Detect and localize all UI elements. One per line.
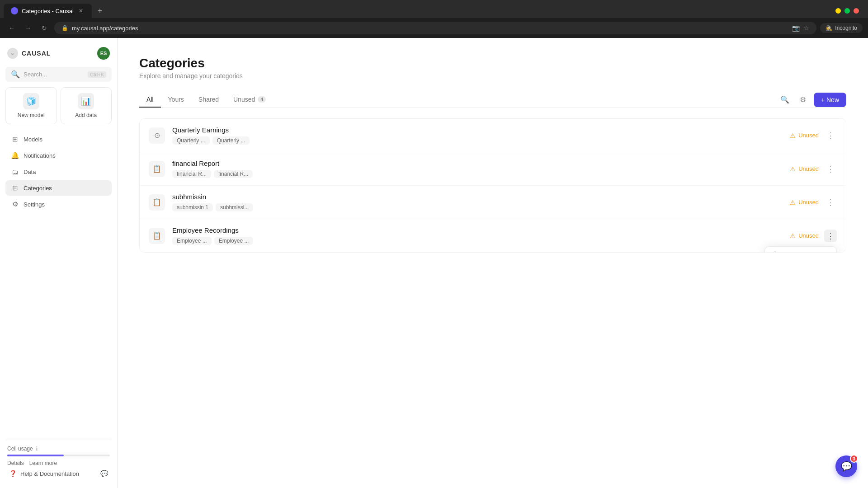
cell-usage-fill — [7, 455, 64, 456]
reload-button[interactable]: ↻ — [38, 22, 51, 34]
category-status-employee: ⚠ Unused — [790, 232, 819, 239]
close-window-button[interactable] — [854, 8, 859, 14]
settings-icon: ⚙ — [11, 200, 19, 208]
comment-icon: 💬 — [100, 470, 108, 477]
cell-usage-text: Cell usage — [7, 446, 33, 452]
category-icon-financial: 📋 — [149, 161, 165, 177]
warning-icon: ⚠ — [790, 199, 796, 206]
tag: financial R... — [172, 170, 211, 178]
more-options-subhmissin[interactable]: ⋮ — [824, 196, 837, 209]
add-data-button[interactable]: 📊 Add data — [61, 87, 112, 124]
data-icon: 🗂 — [11, 168, 19, 176]
avatar[interactable]: ES — [97, 47, 110, 60]
filter-button[interactable]: ⚙ — [796, 93, 810, 107]
quick-actions: 🧊 New model 📊 Add data — [5, 87, 112, 124]
more-options-employee[interactable]: ⋮ — [824, 230, 837, 242]
brand-icon: ○ — [7, 48, 18, 59]
category-tags-quarterly: Quarterly ... Quarterly ... — [172, 136, 790, 145]
tab-all[interactable]: All — [139, 92, 161, 108]
category-tags-financial: financial R... financial R... — [172, 170, 790, 178]
category-info-employee: Employee Recordings Employee ... Employe… — [172, 226, 790, 245]
maximize-button[interactable] — [844, 8, 850, 14]
browser-chrome: Categories - Causal ✕ + ← → ↻ 🔒 my.causa… — [0, 0, 868, 38]
search-bar[interactable]: 🔍 Search... Ctrl+K — [5, 67, 112, 82]
more-options-quarterly[interactable]: ⋮ — [824, 129, 837, 142]
cell-usage-details-link[interactable]: Details — [7, 460, 24, 466]
inspect-label: Inspect — [784, 251, 805, 253]
category-item-subhmissin[interactable]: 📋 subhmissin subhmissin 1 subhmissi... ⚠… — [140, 186, 846, 219]
back-button[interactable]: ← — [5, 22, 18, 34]
category-item-quarterly-earnings[interactable]: ⊙ Quarterly Earnings Quarterly ... Quart… — [140, 119, 846, 152]
new-model-button[interactable]: 🧊 New model — [5, 87, 57, 124]
search-toggle-button[interactable]: 🔍 — [778, 93, 792, 107]
settings-label: Settings — [24, 201, 45, 208]
forward-button[interactable]: → — [22, 22, 34, 34]
brand-name: CAUSAL — [22, 50, 51, 57]
sidebar-item-categories[interactable]: ⊟ Categories — [5, 180, 112, 196]
category-status-financial: ⚠ Unused — [790, 165, 819, 173]
warning-icon: ⚠ — [790, 165, 796, 173]
active-tab[interactable]: Categories - Causal ✕ — [4, 4, 92, 18]
models-label: Models — [24, 136, 42, 143]
models-icon: ⊞ — [11, 135, 19, 143]
category-status-quarterly: ⚠ Unused — [790, 132, 819, 139]
sidebar-header: ○ CAUSAL ES — [5, 43, 112, 63]
context-menu-inspect[interactable]: 🔍 Inspect — [765, 247, 836, 253]
category-info-financial: financial Report financial R... financia… — [172, 160, 790, 178]
tag: subhmissi... — [216, 203, 253, 211]
tabs-actions: 🔍 ⚙ + New — [778, 93, 846, 107]
chat-bubble-button[interactable]: 💬 3 — [835, 455, 857, 477]
address-bar[interactable]: 🔒 my.causal.app/categories 📷 ☆ — [54, 22, 816, 34]
tab-bar: Categories - Causal ✕ + — [0, 0, 868, 18]
tab-unused[interactable]: Unused 4 — [226, 92, 273, 108]
category-item-financial-report[interactable]: 📋 financial Report financial R... financ… — [140, 152, 846, 186]
category-item-employee-recordings[interactable]: 📋 Employee Recordings Employee ... Emplo… — [140, 219, 846, 252]
search-shortcut: Ctrl+K — [88, 71, 106, 78]
status-label: Unused — [798, 165, 819, 172]
more-options-financial[interactable]: ⋮ — [824, 163, 837, 175]
incognito-label: Incognito — [835, 25, 857, 31]
help-label: Help & Documentation — [20, 470, 79, 477]
add-data-icon: 📊 — [78, 93, 94, 109]
sidebar-item-notifications[interactable]: 🔔 Notifications — [5, 148, 112, 163]
new-model-label: New model — [18, 112, 45, 118]
help-text: ❓ Help & Documentation — [9, 470, 79, 477]
tab-yours[interactable]: Yours — [161, 92, 191, 108]
incognito-button[interactable]: 🕵 Incognito — [820, 23, 863, 33]
new-tab-button[interactable]: + — [94, 5, 106, 17]
categories-label: Categories — [24, 185, 52, 192]
tab-close-button[interactable]: ✕ — [77, 7, 85, 14]
minimize-button[interactable] — [835, 8, 841, 14]
tabs-bar: All Yours Shared Unused 4 🔍 ⚙ + New — [139, 92, 846, 108]
category-name-quarterly: Quarterly Earnings — [172, 126, 790, 134]
warning-icon: ⚠ — [790, 132, 796, 139]
window-controls — [830, 8, 864, 14]
sidebar-item-data[interactable]: 🗂 Data — [5, 164, 112, 179]
category-icon-quarterly: ⊙ — [149, 127, 165, 144]
page-title: Categories — [139, 56, 846, 70]
help-icon: ❓ — [9, 470, 17, 477]
new-model-icon: 🧊 — [23, 93, 39, 109]
help-row[interactable]: ❓ Help & Documentation 💬 — [7, 466, 110, 481]
status-label: Unused — [798, 199, 819, 206]
category-info-quarterly: Quarterly Earnings Quarterly ... Quarter… — [172, 126, 790, 145]
category-name-subhmissin: subhmissin — [172, 193, 790, 201]
sidebar-item-models[interactable]: ⊞ Models — [5, 131, 112, 147]
inspect-icon: 🔍 — [772, 251, 780, 253]
tag: Employee ... — [214, 237, 254, 245]
sidebar-footer: Cell usage ℹ Details Learn more ❓ Help &… — [5, 440, 112, 483]
data-label: Data — [24, 169, 36, 175]
incognito-icon: 🕵 — [826, 25, 832, 31]
sidebar: ○ CAUSAL ES 🔍 Search... Ctrl+K 🧊 New mod… — [0, 38, 118, 488]
tab-shared[interactable]: Shared — [191, 92, 226, 108]
cell-usage-learn-link[interactable]: Learn more — [29, 460, 57, 466]
category-list: ⊙ Quarterly Earnings Quarterly ... Quart… — [139, 118, 846, 253]
category-name-financial: financial Report — [172, 160, 790, 167]
star-icon: ☆ — [803, 24, 809, 32]
category-info-subhmissin: subhmissin subhmissin 1 subhmissi... — [172, 193, 790, 211]
sidebar-item-settings[interactable]: ⚙ Settings — [5, 197, 112, 212]
search-icon: 🔍 — [11, 70, 20, 79]
main-content: Categories Explore and manage your categ… — [118, 38, 868, 488]
tag: Employee ... — [172, 237, 212, 245]
new-category-button[interactable]: + New — [814, 93, 846, 107]
